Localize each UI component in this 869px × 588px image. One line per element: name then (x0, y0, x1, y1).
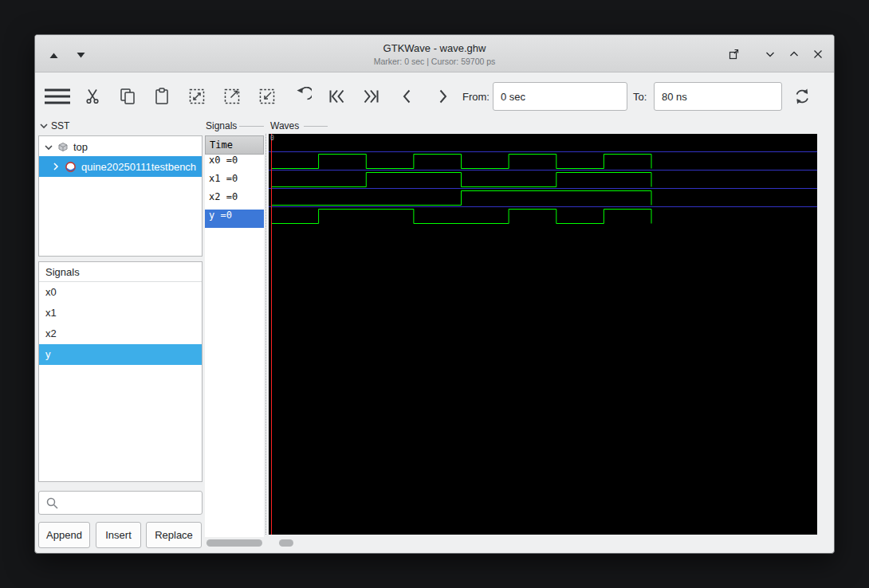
signal-list-item-x2[interactable]: x2 (39, 323, 202, 344)
zoom-in-button[interactable] (222, 87, 242, 106)
signal-search (38, 491, 203, 515)
signal-list-item-x0[interactable]: x0 (39, 282, 202, 303)
triangle-up-icon (49, 52, 58, 59)
collapse-chevron-icon (40, 122, 48, 130)
close-icon (811, 47, 825, 61)
skip-to-end-icon (362, 87, 381, 106)
sst-frame-label[interactable]: SST (40, 120, 69, 131)
copy-button[interactable] (118, 87, 137, 106)
hierarchy-box-icon (57, 142, 69, 152)
chevron-right-icon (433, 87, 452, 106)
chevron-down-icon (763, 47, 777, 61)
tree-item-label: quine20250111testbench (81, 161, 196, 173)
waveform-traces (269, 134, 817, 535)
search-input[interactable] (38, 491, 203, 515)
undo-button[interactable] (293, 87, 312, 106)
module-icon (65, 161, 77, 173)
expander-right-icon[interactable] (52, 163, 60, 171)
tree-item-testbench[interactable]: quine20250111testbench (39, 156, 202, 177)
waves-frame-label: Waves (270, 120, 299, 131)
tree-item-top[interactable]: top (40, 138, 201, 156)
zoom-fit-button[interactable] (187, 87, 206, 106)
cut-icon (83, 87, 102, 106)
window-title: GTKWave - wave.ghw (35, 42, 834, 54)
wave-name-row-x0[interactable]: x0 =0 (205, 155, 264, 173)
wave-name-row-y[interactable]: y =0 (205, 210, 264, 228)
to-label: To: (633, 91, 647, 103)
wave-name-row-x2[interactable]: x2 =0 (205, 191, 264, 210)
names-hscrollbar-thumb[interactable] (206, 539, 262, 547)
triangle-down-icon (77, 52, 85, 59)
to-input[interactable] (654, 82, 782, 111)
menu-button[interactable] (44, 86, 71, 107)
chevron-left-icon (398, 87, 417, 106)
minimize-button[interactable] (763, 47, 777, 61)
desktop: GTKWave - wave.ghw Marker: 0 sec | Curso… (0, 0, 869, 588)
append-button[interactable]: Append (38, 522, 90, 548)
close-button[interactable] (811, 47, 825, 61)
skip-to-start-icon (327, 87, 346, 106)
marker-cursor-status: Marker: 0 sec | Cursor: 59700 ps (35, 57, 834, 66)
reload-icon (792, 86, 812, 107)
signal-list-item-y[interactable]: y (39, 344, 202, 365)
signals-list: x0x1x2y (39, 282, 202, 365)
timeline-origin-label: 0 (270, 135, 274, 142)
zoom-out-icon (258, 87, 277, 106)
expander-down-icon[interactable] (45, 143, 53, 151)
frame-line (239, 126, 264, 127)
from-input[interactable] (493, 82, 627, 111)
hamburger-icon (44, 86, 71, 107)
waveform-canvas[interactable]: 0 (269, 134, 817, 535)
signal-list-item-x1[interactable]: x1 (39, 303, 202, 323)
undo-icon (293, 87, 312, 106)
from-label: From: (462, 91, 490, 103)
search-icon (45, 496, 59, 510)
signals-frame-label: Signals (206, 120, 237, 131)
copy-icon (118, 87, 137, 106)
chevron-up-icon (787, 47, 801, 61)
maximize-button[interactable] (787, 47, 801, 61)
skip-to-start-button[interactable] (327, 87, 346, 106)
paste-icon (152, 87, 171, 106)
signal-name-rows: x0 =0x1 =0x2 =0y =0 (205, 155, 264, 228)
zoom-out-button[interactable] (258, 87, 277, 106)
paste-button[interactable] (152, 87, 171, 106)
step-right-button[interactable] (433, 87, 452, 106)
wave-name-row-x1[interactable]: x1 =0 (205, 173, 264, 191)
time-column-header[interactable]: Time (205, 135, 264, 155)
tree-item-label: top (73, 141, 88, 153)
zoom-in-icon (222, 87, 242, 106)
restore-icon (726, 47, 741, 61)
sst-title: SST (51, 120, 69, 131)
cut-button[interactable] (83, 87, 102, 106)
waves-hscrollbar-thumb[interactable] (279, 539, 293, 547)
titlebar-down-button[interactable] (73, 48, 88, 62)
replace-button[interactable]: Replace (146, 522, 202, 548)
step-left-button[interactable] (398, 87, 417, 106)
insert-button[interactable]: Insert (96, 522, 141, 548)
restore-button[interactable] (726, 47, 741, 61)
zoom-fit-icon (187, 87, 206, 106)
skip-to-end-button[interactable] (362, 87, 381, 106)
pane-splitter[interactable] (265, 134, 266, 535)
titlebar-up-button[interactable] (46, 48, 61, 62)
frame-line (304, 126, 328, 127)
signals-list-header[interactable]: Signals (39, 262, 202, 282)
reload-button[interactable] (792, 86, 812, 107)
